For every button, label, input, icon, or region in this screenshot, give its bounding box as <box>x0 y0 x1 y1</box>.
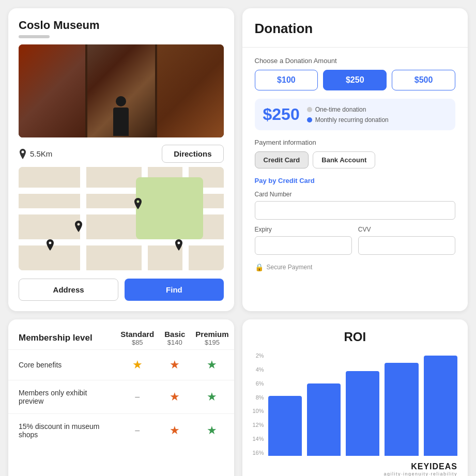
star-icon: ★ <box>170 390 180 403</box>
secure-label: Secure Payment <box>267 264 313 271</box>
map-green-area <box>136 177 203 239</box>
membership-table: Membership level Standard $85 Basic $140… <box>8 319 234 447</box>
cvv-label: CVV <box>358 226 455 233</box>
selected-amount-row: $250 One-time donation Monthly recurring… <box>255 99 456 130</box>
location-row: 5.5Km Directions <box>19 137 224 167</box>
y-label-6: 6% <box>253 380 264 387</box>
core-standard: ★ <box>115 350 159 380</box>
benefit-exhibit: Members only exhibit preview <box>8 380 115 414</box>
address-button[interactable]: Address <box>19 279 118 301</box>
y-label-4: 4% <box>253 366 264 373</box>
expiry-cvv-row: Expiry CVV <box>255 226 456 255</box>
y-label-10: 10% <box>253 408 264 414</box>
roi-panel: ROI 16% 14% 12% 10% 8% 6% 4% 2% KEYIDEAS… <box>242 319 468 476</box>
table-row: Core benefits ★ ★ ★ <box>8 350 234 380</box>
core-premium: ★ <box>190 350 234 380</box>
location-pin-icon <box>19 149 27 159</box>
pay-credit-label: Pay by Credit Card <box>255 177 456 185</box>
roi-title: ROI <box>344 330 366 344</box>
map-pin-1 <box>74 221 83 232</box>
cvv-input[interactable] <box>358 236 455 255</box>
painting-right <box>156 44 224 137</box>
keyideas-footer: KEYIDEAS agility·ingenuity·reliability <box>253 462 458 476</box>
amount-btn-500[interactable]: $500 <box>392 70 455 90</box>
payment-info-label: Payment information <box>255 139 456 146</box>
map-bottom-row: Address Find <box>19 277 224 301</box>
star-icon: ★ <box>207 358 217 371</box>
amount-btn-100[interactable]: $100 <box>255 70 318 90</box>
roi-bar-3 <box>346 371 379 456</box>
exhibit-premium: ★ <box>190 380 234 414</box>
premium-header: Premium $195 <box>190 319 234 350</box>
monthly-label: Monthly recurring donation <box>315 116 389 124</box>
donation-type: One-time donation Monthly recurring dona… <box>307 106 389 124</box>
premium-name: Premium <box>195 330 228 339</box>
find-button[interactable]: Find <box>125 279 223 301</box>
credit-card-tab[interactable]: Credit Card <box>255 151 309 168</box>
location-left: 5.5Km <box>19 149 52 159</box>
roi-bar-5 <box>424 356 457 456</box>
basic-header: Basic $140 <box>159 319 190 350</box>
star-icon: ★ <box>207 390 217 403</box>
museum-panel: Coslo Museum 5.5Km Directions <box>8 8 234 311</box>
y-label-2: 2% <box>253 352 264 359</box>
table-row: 15% discount in museum shops – ★ ★ <box>8 414 234 448</box>
membership-header-row: Membership level Standard $85 Basic $140… <box>8 319 234 350</box>
map-pin-2 <box>133 198 143 209</box>
keyideas-logo: KEYIDEAS <box>253 462 458 471</box>
museum-image <box>19 44 224 137</box>
map-pin-4 <box>174 239 183 251</box>
table-row: Members only exhibit preview – ★ ★ <box>8 380 234 414</box>
cvv-group: CVV <box>358 226 455 255</box>
benefit-core: Core benefits <box>8 350 115 380</box>
y-label-12: 12% <box>253 422 264 428</box>
discount-basic: ★ <box>159 414 190 448</box>
directions-button[interactable]: Directions <box>162 145 223 163</box>
choose-label: Choose a Donation Amount <box>255 57 456 65</box>
y-label-16: 16% <box>253 450 264 456</box>
roi-bars <box>268 352 457 456</box>
discount-premium: ★ <box>190 414 234 448</box>
y-label-14: 14% <box>253 436 264 442</box>
map-pin-3 <box>45 239 55 251</box>
amount-btn-250[interactable]: $250 <box>323 70 387 90</box>
painting-left <box>19 44 86 137</box>
one-time-radio <box>307 107 312 112</box>
y-label-8: 8% <box>253 394 264 401</box>
exhibit-standard: – <box>115 380 159 414</box>
donation-title: Donation <box>255 21 456 37</box>
museum-subtitle-bar <box>19 35 50 38</box>
museum-distance: 5.5Km <box>30 149 52 158</box>
keyideas-tagline: agility·ingenuity·reliability <box>253 471 458 476</box>
one-time-label: One-time donation <box>315 106 366 113</box>
premium-price: $195 <box>195 339 228 346</box>
bank-account-tab[interactable]: Bank Account <box>313 151 375 168</box>
membership-level-header: Membership level <box>8 319 115 350</box>
roi-bar-4 <box>385 363 418 456</box>
monthly-option[interactable]: Monthly recurring donation <box>307 116 389 124</box>
standard-header: Standard $85 <box>115 319 159 350</box>
card-number-label: Card Number <box>255 191 456 198</box>
roi-chart-wrap: 16% 14% 12% 10% 8% 6% 4% 2% <box>253 352 458 456</box>
roi-bar-2 <box>307 383 341 456</box>
standard-name: Standard <box>120 330 154 339</box>
star-icon: ★ <box>170 358 180 371</box>
lock-icon: 🔒 <box>255 263 264 271</box>
expiry-label: Expiry <box>255 226 352 233</box>
basic-price: $140 <box>164 339 185 346</box>
person-silhouette <box>111 96 131 137</box>
amount-buttons: $100 $250 $500 <box>255 70 456 90</box>
card-number-input[interactable] <box>255 201 456 220</box>
dash-icon: – <box>135 426 140 435</box>
donation-panel: Donation Choose a Donation Amount $100 $… <box>242 8 468 311</box>
selected-amount-value: $250 <box>263 105 300 124</box>
museum-title: Coslo Museum <box>19 19 224 32</box>
dash-icon: – <box>135 392 140 401</box>
star-icon: ★ <box>207 424 217 437</box>
star-icon: ★ <box>132 358 143 371</box>
expiry-input[interactable] <box>255 236 352 255</box>
secure-payment: 🔒 Secure Payment <box>255 263 456 271</box>
one-time-option[interactable]: One-time donation <box>307 106 389 113</box>
star-icon: ★ <box>170 424 180 437</box>
monthly-radio <box>307 117 312 122</box>
